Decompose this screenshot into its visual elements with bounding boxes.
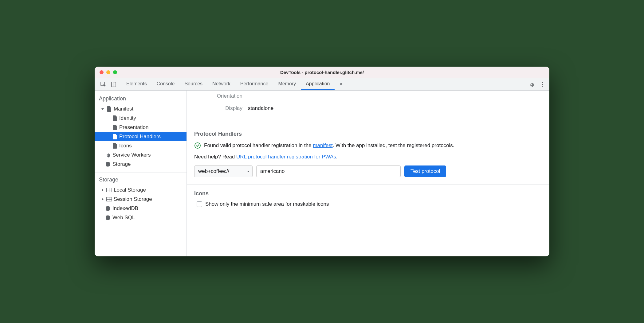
check-circle-icon — [194, 142, 201, 149]
sidebar-item-indexeddb[interactable]: IndexedDB — [95, 204, 187, 213]
close-window-button[interactable] — [100, 70, 104, 74]
help-before: Need help? Read — [194, 154, 236, 160]
settings-gear-icon[interactable] — [527, 80, 536, 89]
maskable-safe-area-checkbox[interactable] — [197, 201, 202, 207]
sidebar-item-local-storage[interactable]: Local Storage — [95, 185, 187, 195]
caret-right-icon — [101, 188, 104, 192]
toolbar-left-group — [97, 78, 120, 90]
traffic-lights — [95, 70, 117, 74]
document-icon — [112, 115, 117, 121]
document-icon — [112, 134, 117, 139]
maskable-checkbox-row: Show only the minimum safe area for mask… — [194, 201, 542, 207]
gear-icon — [105, 152, 111, 158]
device-toggle-icon[interactable] — [109, 80, 118, 89]
database-icon — [105, 206, 111, 211]
svg-point-4 — [542, 82, 543, 83]
main-panel: Orientation Display standalone Protocol … — [187, 91, 549, 256]
tab-more[interactable]: » — [335, 78, 347, 90]
protocol-test-row: web+coffee:// Test protocol — [194, 165, 542, 177]
sidebar-item-presentation[interactable]: Presentation — [95, 123, 187, 132]
sidebar-item-session-storage[interactable]: Session Storage — [95, 195, 187, 204]
sidebar-section-storage: Storage — [95, 174, 187, 185]
status-after: . With the app installed, test the regis… — [333, 142, 454, 148]
sidebar-item-websql[interactable]: Web SQL — [95, 213, 187, 222]
content-body: Application Manifest Identity — [95, 91, 549, 256]
svg-rect-17 — [107, 200, 109, 201]
sidebar-item-icons[interactable]: Icons — [95, 141, 187, 150]
window-titlebar: DevTools - protocol-handler.glitch.me/ — [95, 67, 549, 78]
svg-point-6 — [542, 86, 543, 87]
help-link[interactable]: URL protocol handler registration for PW… — [236, 154, 336, 160]
scheme-select[interactable]: web+coffee:// — [194, 165, 253, 177]
manifest-link[interactable]: manifest — [313, 142, 332, 148]
sidebar-item-label: Icons — [119, 143, 132, 149]
kebab-menu-icon[interactable] — [538, 80, 547, 89]
svg-rect-2 — [113, 83, 116, 87]
caret-down-icon — [101, 107, 104, 111]
svg-point-5 — [542, 84, 543, 85]
protocol-handlers-section: Protocol Handlers Found valid protocol h… — [187, 125, 549, 185]
section-heading: Protocol Handlers — [194, 131, 542, 137]
checkbox-label: Show only the minimum safe area for mask… — [205, 201, 329, 207]
sidebar-item-label: Storage — [112, 161, 131, 167]
sidebar-item-identity[interactable]: Identity — [95, 114, 187, 123]
devtools-window: DevTools - protocol-handler.glitch.me/ E… — [95, 67, 549, 256]
tab-performance[interactable]: Performance — [235, 78, 273, 90]
status-before: Found valid protocol handler registratio… — [204, 142, 313, 148]
status-message: Found valid protocol handler registratio… — [194, 142, 542, 150]
inspect-element-icon[interactable] — [99, 80, 108, 89]
kv-display: Display standalone — [194, 105, 542, 111]
panel-tabs: Elements Console Sources Network Perform… — [121, 78, 524, 90]
svg-rect-15 — [107, 197, 109, 199]
sidebar-item-label: IndexedDB — [112, 205, 138, 212]
document-icon — [112, 143, 117, 149]
tab-application[interactable]: Application — [301, 78, 335, 90]
manifest-kv-block: Orientation Display standalone — [187, 91, 549, 125]
protocol-path-input[interactable] — [256, 165, 401, 177]
sidebar-item-label: Manifest — [114, 106, 133, 112]
help-after: . — [336, 154, 338, 160]
sidebar-item-label: Session Storage — [114, 196, 152, 202]
window-title: DevTools - protocol-handler.glitch.me/ — [95, 70, 549, 75]
tab-network[interactable]: Network — [207, 78, 235, 90]
toolbar-right-group — [524, 78, 547, 90]
svg-rect-11 — [109, 188, 112, 190]
chevron-down-icon — [247, 168, 250, 174]
maximize-window-button[interactable] — [113, 70, 117, 74]
sidebar-item-label: Local Storage — [114, 187, 146, 193]
document-icon — [106, 106, 112, 112]
svg-rect-16 — [109, 197, 112, 199]
svg-point-7 — [107, 154, 108, 156]
svg-rect-10 — [107, 188, 109, 190]
kv-orientation: Orientation — [194, 93, 542, 99]
svg-point-21 — [195, 143, 200, 148]
scheme-selected: web+coffee:// — [198, 168, 229, 174]
sidebar-section-application: Application — [95, 93, 187, 104]
sidebar-item-label: Service Workers — [112, 152, 151, 158]
table-icon — [106, 187, 112, 193]
sidebar-divider — [95, 173, 187, 173]
svg-rect-13 — [109, 190, 112, 192]
tab-console[interactable]: Console — [152, 78, 180, 90]
sidebar-item-storage[interactable]: Storage — [95, 160, 187, 169]
sidebar-item-manifest[interactable]: Manifest — [95, 104, 187, 114]
sidebar-item-label: Web SQL — [112, 215, 135, 221]
help-message: Need help? Read URL protocol handler reg… — [194, 154, 542, 160]
minimize-window-button[interactable] — [106, 70, 110, 74]
sidebar-item-label: Presentation — [119, 124, 148, 130]
document-icon — [112, 125, 117, 130]
section-heading: Icons — [194, 190, 542, 197]
tab-sources[interactable]: Sources — [179, 78, 207, 90]
svg-rect-12 — [107, 190, 109, 192]
application-sidebar: Application Manifest Identity — [95, 91, 187, 256]
kv-value-display: standalone — [248, 105, 273, 111]
test-protocol-button[interactable]: Test protocol — [404, 165, 446, 177]
sidebar-item-label: Identity — [119, 115, 136, 121]
svg-point-3 — [531, 84, 532, 85]
tab-elements[interactable]: Elements — [121, 78, 152, 90]
sidebar-item-service-workers[interactable]: Service Workers — [95, 150, 187, 160]
table-icon — [106, 197, 112, 202]
caret-right-icon — [101, 197, 104, 201]
sidebar-item-protocol-handlers[interactable]: Protocol Handlers — [95, 132, 187, 141]
tab-memory[interactable]: Memory — [273, 78, 301, 90]
